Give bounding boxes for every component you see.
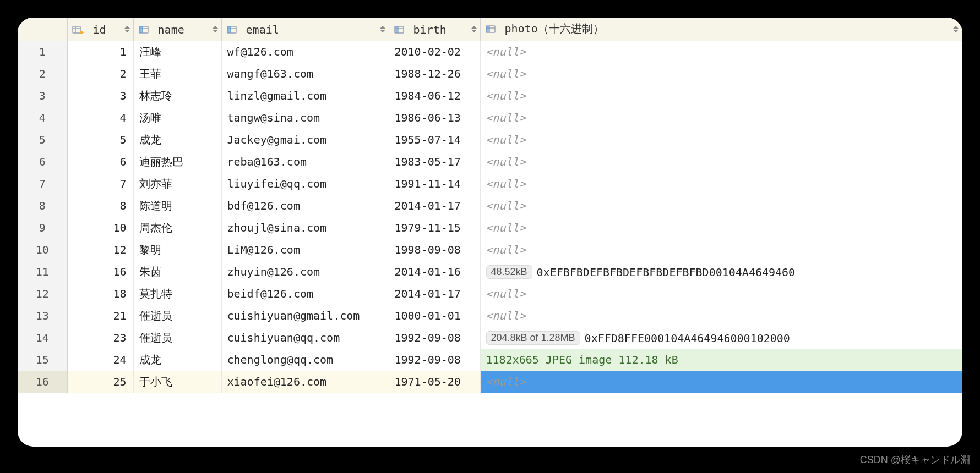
table-row[interactable]: 77刘亦菲liuyifei@qq.com1991-11-14<null> — [18, 173, 962, 195]
table-row[interactable]: 1012黎明LiM@126.com1998-09-08<null> — [18, 239, 962, 261]
photo-cell[interactable]: <null> — [480, 151, 962, 173]
photo-cell[interactable]: <null> — [480, 107, 962, 129]
photo-cell[interactable]: <null> — [480, 371, 962, 393]
name-cell[interactable]: 汤唯 — [133, 107, 221, 129]
table-row[interactable]: 88陈道明bdf@126.com2014-01-17<null> — [18, 195, 962, 217]
photo-cell[interactable]: <null> — [480, 283, 962, 305]
table-row[interactable]: 1116朱茵zhuyin@126.com2014-01-1648.52kB0xE… — [18, 261, 962, 283]
table-row[interactable]: 11汪峰wf@126.com2010-02-02<null> — [18, 41, 962, 63]
name-cell[interactable]: 林志玲 — [133, 85, 221, 107]
email-cell[interactable]: LiM@126.com — [221, 239, 389, 261]
name-cell[interactable]: 朱茵 — [133, 261, 221, 283]
photo-cell[interactable]: <null> — [480, 217, 962, 239]
row-number-cell[interactable]: 16 — [18, 371, 67, 393]
birth-cell[interactable]: 1988-12-26 — [389, 63, 480, 85]
id-cell[interactable]: 10 — [67, 217, 133, 239]
id-cell[interactable]: 18 — [67, 283, 133, 305]
birth-cell[interactable]: 1992-09-08 — [389, 349, 480, 371]
email-cell[interactable]: cuishiyuan@qq.com — [221, 327, 389, 349]
birth-cell[interactable]: 1979-11-15 — [389, 217, 480, 239]
birth-cell[interactable]: 1986-06-13 — [389, 107, 480, 129]
table-row[interactable]: 910周杰伦zhoujl@sina.com1979-11-15<null> — [18, 217, 962, 239]
photo-cell[interactable]: <null> — [480, 85, 962, 107]
table-row[interactable]: 1423催逝员cuishiyuan@qq.com1992-09-08204.8k… — [18, 327, 962, 349]
photo-cell[interactable]: <null> — [480, 129, 962, 151]
row-number-cell[interactable]: 3 — [18, 85, 67, 107]
row-number-cell[interactable]: 12 — [18, 283, 67, 305]
birth-cell[interactable]: 1000-01-01 — [389, 305, 480, 327]
row-number-cell[interactable]: 4 — [18, 107, 67, 129]
photo-cell[interactable]: 48.52kB0xEFBFBDEFBFBDEFBFBDEFBFBD00104A4… — [480, 261, 962, 283]
row-number-cell[interactable]: 9 — [18, 217, 67, 239]
photo-cell[interactable]: 1182x665 JPEG image 112.18 kB — [480, 349, 962, 371]
row-number-cell[interactable]: 6 — [18, 151, 67, 173]
photo-cell[interactable]: <null> — [480, 173, 962, 195]
photo-cell[interactable]: 204.8kB of 1.28MB0xFFD8FFE000104A4649460… — [480, 327, 962, 349]
email-cell[interactable]: Jackey@gmai.com — [221, 129, 389, 151]
sort-icon[interactable] — [953, 26, 959, 32]
id-cell[interactable]: 23 — [67, 327, 133, 349]
table-row[interactable]: 1321催逝员cuishiyuan@gmail.com1000-01-01<nu… — [18, 305, 962, 327]
birth-cell[interactable]: 1983-05-17 — [389, 151, 480, 173]
id-cell[interactable]: 21 — [67, 305, 133, 327]
id-cell[interactable]: 24 — [67, 349, 133, 371]
row-number-cell[interactable]: 7 — [18, 173, 67, 195]
row-number-cell[interactable]: 2 — [18, 63, 67, 85]
birth-cell[interactable]: 1992-09-08 — [389, 327, 480, 349]
table-row[interactable]: 33林志玲linzl@gmail.com1984-06-12<null> — [18, 85, 962, 107]
table-row[interactable]: 44汤唯tangw@sina.com1986-06-13<null> — [18, 107, 962, 129]
column-header-email[interactable]: email — [221, 18, 389, 41]
photo-cell[interactable]: <null> — [480, 63, 962, 85]
photo-cell[interactable]: <null> — [480, 195, 962, 217]
email-cell[interactable]: zhuyin@126.com — [221, 261, 389, 283]
id-cell[interactable]: 5 — [67, 129, 133, 151]
id-cell[interactable]: 1 — [67, 41, 133, 63]
table-row[interactable]: 1625于小飞xiaofei@126.com1971-05-20<null> — [18, 371, 962, 393]
row-number-cell[interactable]: 5 — [18, 129, 67, 151]
birth-cell[interactable]: 2010-02-02 — [389, 41, 480, 63]
id-cell[interactable]: 16 — [67, 261, 133, 283]
email-cell[interactable]: cuishiyuan@gmail.com — [221, 305, 389, 327]
row-number-cell[interactable]: 15 — [18, 349, 67, 371]
name-cell[interactable]: 王菲 — [133, 63, 221, 85]
name-cell[interactable]: 于小飞 — [133, 371, 221, 393]
table-row[interactable]: 22王菲wangf@163.com1988-12-26<null> — [18, 63, 962, 85]
id-cell[interactable]: 2 — [67, 63, 133, 85]
row-number-cell[interactable]: 14 — [18, 327, 67, 349]
email-cell[interactable]: liuyifei@qq.com — [221, 173, 389, 195]
table-row[interactable]: 1524成龙chenglong@qq.com1992-09-081182x665… — [18, 349, 962, 371]
name-cell[interactable]: 黎明 — [133, 239, 221, 261]
photo-cell[interactable]: <null> — [480, 239, 962, 261]
id-cell[interactable]: 25 — [67, 371, 133, 393]
column-header-photo[interactable]: photo（十六进制） — [480, 18, 962, 41]
row-number-cell[interactable]: 13 — [18, 305, 67, 327]
sort-icon[interactable] — [213, 26, 218, 32]
row-number-cell[interactable]: 10 — [18, 239, 67, 261]
name-cell[interactable]: 催逝员 — [133, 327, 221, 349]
birth-cell[interactable]: 1984-06-12 — [389, 85, 480, 107]
name-cell[interactable]: 莫扎特 — [133, 283, 221, 305]
name-cell[interactable]: 催逝员 — [133, 305, 221, 327]
name-cell[interactable]: 成龙 — [133, 129, 221, 151]
email-cell[interactable]: wangf@163.com — [221, 63, 389, 85]
name-cell[interactable]: 汪峰 — [133, 41, 221, 63]
birth-cell[interactable]: 2014-01-17 — [389, 195, 480, 217]
row-number-cell[interactable]: 11 — [18, 261, 67, 283]
email-cell[interactable]: linzl@gmail.com — [221, 85, 389, 107]
email-cell[interactable]: beidf@126.com — [221, 283, 389, 305]
name-cell[interactable]: 刘亦菲 — [133, 173, 221, 195]
birth-cell[interactable]: 2014-01-16 — [389, 261, 480, 283]
id-cell[interactable]: 8 — [67, 195, 133, 217]
birth-cell[interactable]: 1998-09-08 — [389, 239, 480, 261]
email-cell[interactable]: xiaofei@126.com — [221, 371, 389, 393]
column-header-id[interactable]: id — [67, 18, 133, 41]
id-cell[interactable]: 7 — [67, 173, 133, 195]
name-cell[interactable]: 周杰伦 — [133, 217, 221, 239]
table-row[interactable]: 1218莫扎特beidf@126.com2014-01-17<null> — [18, 283, 962, 305]
email-cell[interactable]: zhoujl@sina.com — [221, 217, 389, 239]
column-header-birth[interactable]: birth — [389, 18, 480, 41]
row-number-cell[interactable]: 8 — [18, 195, 67, 217]
table-row[interactable]: 55成龙Jackey@gmai.com1955-07-14<null> — [18, 129, 962, 151]
birth-cell[interactable]: 1971-05-20 — [389, 371, 480, 393]
column-header-name[interactable]: name — [133, 18, 221, 41]
